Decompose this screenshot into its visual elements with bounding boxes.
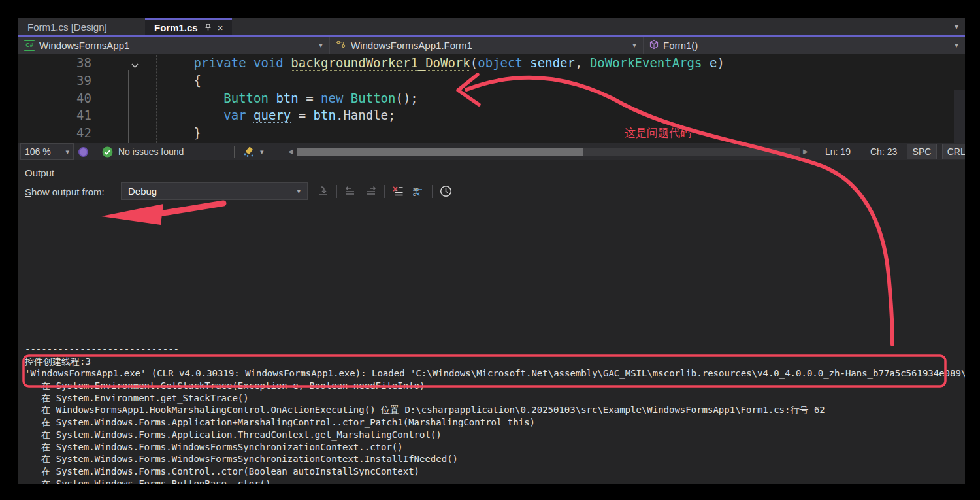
scrollbar-thumb[interactable] bbox=[297, 148, 583, 156]
annotation-problem-text: 这是问题代码 bbox=[625, 125, 691, 141]
separator bbox=[384, 185, 385, 198]
code-line[interactable]: 42 } bbox=[18, 124, 965, 142]
chevron-down-icon: ▾ bbox=[632, 41, 636, 50]
separator bbox=[432, 185, 433, 198]
type-dropdown[interactable]: WindowsFormsApp1.Form1 ▾ bbox=[330, 37, 644, 54]
editor-status-bar: 106 % ▾ No issues found ▾ ◀ bbox=[18, 143, 965, 160]
broom-icon bbox=[242, 146, 256, 158]
close-icon[interactable]: × bbox=[218, 22, 223, 33]
health-indicator-icon[interactable] bbox=[78, 143, 88, 160]
screenshot-stage: Form1.cs [Design] Form1.cs × ▾ C# Window… bbox=[0, 0, 980, 500]
code-line[interactable]: 38 private void backgroundWorker1_DoWork… bbox=[18, 54, 965, 72]
next-message-icon[interactable] bbox=[363, 184, 379, 199]
project-dropdown[interactable]: C# WindowsFormsApp1 ▾ bbox=[18, 37, 330, 54]
output-line[interactable]: 控件创建线程:3 bbox=[25, 356, 965, 368]
output-line[interactable]: 在 System.Windows.Forms.Control..ctor(Boo… bbox=[25, 465, 965, 478]
separator bbox=[336, 185, 337, 198]
chevron-down-icon: ▾ bbox=[955, 41, 958, 50]
code-line[interactable]: 40 Button btn = new Button(); bbox=[18, 90, 965, 107]
member-name: Form1() bbox=[663, 40, 698, 51]
member-dropdown[interactable]: Form1() ▾ bbox=[644, 37, 965, 54]
find-message-icon[interactable] bbox=[316, 184, 331, 199]
output-line[interactable]: ---------------------------- bbox=[25, 343, 965, 356]
timestamp-clock-icon[interactable] bbox=[438, 184, 453, 199]
tab-form1-design[interactable]: Form1.cs [Design] bbox=[18, 18, 145, 35]
line-number: 38 bbox=[18, 54, 91, 72]
output-toolbar: abc bbox=[316, 182, 453, 200]
output-line[interactable]: 'WindowsFormsApp1.exe' (CLR v4.0.30319: … bbox=[25, 367, 965, 380]
output-line[interactable]: 在 System.Windows.Forms.WindowsFormsSynch… bbox=[25, 453, 965, 465]
project-name: WindowsFormsApp1 bbox=[39, 40, 129, 51]
chevron-down-icon: ▾ bbox=[65, 148, 69, 156]
code-navigation-bar: C# WindowsFormsApp1 ▾ WindowsFormsApp1.F… bbox=[18, 37, 965, 54]
chevron-down-icon: ▾ bbox=[297, 187, 301, 195]
previous-message-icon[interactable] bbox=[342, 184, 358, 199]
output-panel: Output Show output from: Debug ▾ bbox=[18, 163, 965, 484]
line-number: 40 bbox=[18, 90, 91, 107]
code-editor[interactable]: 38 private void backgroundWorker1_DoWork… bbox=[18, 54, 965, 143]
code-line[interactable]: 39 { bbox=[18, 72, 965, 90]
output-source-value: Debug bbox=[128, 186, 157, 197]
chevron-down-icon: ▾ bbox=[319, 41, 323, 50]
vertical-scrollbar[interactable] bbox=[954, 90, 965, 143]
type-name: WindowsFormsApp1.Form1 bbox=[351, 40, 472, 51]
issues-text: No issues found bbox=[118, 146, 184, 157]
space-mode-indicator[interactable]: SPC bbox=[907, 144, 937, 159]
visual-studio-window: Form1.cs [Design] Form1.cs × ▾ C# Window… bbox=[18, 18, 965, 484]
output-line[interactable]: 在 WindowsFormsApp1.HookMarshalingControl… bbox=[25, 404, 965, 416]
code-lines: 38 private void backgroundWorker1_DoWork… bbox=[18, 54, 965, 142]
show-output-from-label: Show output from: bbox=[25, 186, 105, 197]
column-indicator: Ch: 23 bbox=[870, 143, 897, 160]
output-line[interactable]: 在 System.Windows.Forms.WindowsFormsSynch… bbox=[25, 441, 965, 454]
svg-text:c: c bbox=[413, 192, 416, 197]
code-line[interactable]: 41 var query = btn.Handle; bbox=[18, 107, 965, 124]
zoom-level: 106 % bbox=[25, 146, 51, 157]
tab-form1-cs[interactable]: Form1.cs × bbox=[145, 18, 232, 35]
line-number: 42 bbox=[18, 124, 91, 142]
scroll-left-arrow-icon[interactable]: ◀ bbox=[288, 148, 293, 155]
tab-list-chevron-icon[interactable]: ▾ bbox=[955, 22, 958, 31]
output-line[interactable]: 在 System.Windows.Forms.Application.Threa… bbox=[25, 429, 965, 441]
zoom-level-dropdown[interactable]: 106 % ▾ bbox=[20, 143, 74, 160]
output-line[interactable]: 在 System.Environment.GetStackTrace(Excep… bbox=[25, 380, 965, 392]
word-wrap-icon[interactable]: abc bbox=[411, 184, 427, 199]
output-line[interactable]: 在 System.Windows.Forms.ButtonBase..ctor(… bbox=[25, 478, 965, 484]
fold-chevron-icon[interactable] bbox=[131, 59, 139, 71]
separator bbox=[234, 146, 235, 158]
class-icon bbox=[335, 39, 347, 52]
method-cube-icon bbox=[649, 39, 659, 52]
output-source-dropdown[interactable]: Debug ▾ bbox=[121, 182, 308, 200]
chevron-down-icon: ▾ bbox=[260, 148, 264, 156]
clear-all-icon[interactable] bbox=[390, 184, 406, 199]
output-panel-title: Output bbox=[25, 167, 54, 178]
issues-indicator[interactable]: No issues found bbox=[102, 143, 184, 160]
tab-label: Form1.cs bbox=[154, 22, 198, 33]
horizontal-scrollbar[interactable] bbox=[297, 148, 800, 156]
scroll-right-arrow-icon[interactable]: ▶ bbox=[803, 148, 808, 155]
pin-icon[interactable] bbox=[204, 22, 212, 33]
csharp-project-icon: C# bbox=[24, 40, 35, 51]
code-cleanup-button[interactable]: ▾ bbox=[242, 143, 264, 160]
line-number: 39 bbox=[18, 72, 91, 90]
document-tab-bar: Form1.cs [Design] Form1.cs × ▾ bbox=[18, 18, 965, 37]
check-circle-icon bbox=[102, 146, 113, 158]
line-number: 41 bbox=[18, 107, 91, 124]
line-ending-indicator[interactable]: CRLF bbox=[942, 144, 965, 159]
tab-label: Form1.cs [Design] bbox=[27, 22, 107, 33]
output-log[interactable]: ----------------------------控件创建线程:3'Win… bbox=[25, 343, 965, 484]
output-line[interactable]: 在 System.Environment.get_StackTrace() bbox=[25, 392, 965, 405]
line-indicator: Ln: 19 bbox=[825, 143, 851, 160]
output-line[interactable]: 在 System.Windows.Forms.Application+Marsh… bbox=[25, 416, 965, 429]
